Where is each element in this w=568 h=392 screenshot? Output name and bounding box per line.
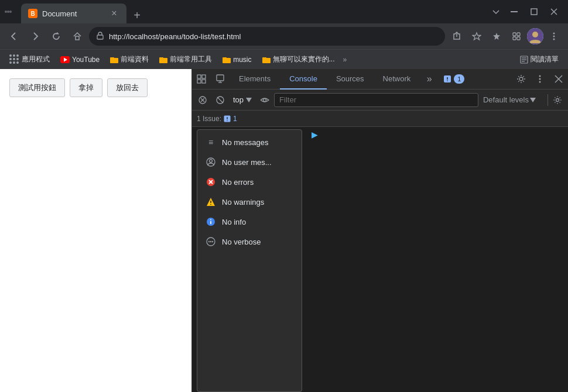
tab-console[interactable]: Console (280, 69, 327, 90)
addressbar-row: http://localhost/peanu/todo-list/test.ht… (0, 23, 568, 49)
svg-rect-9 (97, 35, 103, 39)
svg-rect-16 (517, 37, 520, 40)
profiles-icon[interactable] (487, 27, 506, 46)
bookmark-youtube[interactable]: YouTube (56, 53, 104, 66)
close-devtools-button[interactable] (549, 69, 568, 90)
close-button[interactable] (545, 2, 563, 21)
tab-sources[interactable]: Sources (327, 69, 374, 90)
svg-point-47 (539, 75, 541, 77)
bookmark-boring[interactable]: 無聊可以來實作的... (258, 52, 340, 67)
svg-point-78 (212, 241, 213, 242)
browser-tab-document[interactable]: B Document × (21, 4, 126, 23)
apps-grid-icon (9, 54, 19, 64)
svg-rect-3 (511, 11, 518, 12)
bookmark-apps[interactable]: 應用程式 (5, 52, 54, 67)
svg-point-77 (210, 241, 211, 242)
tab-elements[interactable]: Elements (230, 69, 280, 90)
share-icon[interactable] (447, 27, 466, 46)
menu-item-warnings[interactable]: No warnings (197, 192, 302, 212)
bookmarks-more-button[interactable]: » (343, 56, 347, 64)
address-bar[interactable]: http://localhost/peanu/todo-list/test.ht… (89, 27, 445, 46)
tab-network[interactable]: Network (374, 69, 420, 90)
svg-rect-8 (76, 36, 79, 40)
svg-rect-24 (110, 58, 118, 63)
verbose-label: No verbose (222, 238, 261, 246)
tab-title: Document (42, 9, 104, 18)
window-dots-icon (5, 8, 12, 15)
device-mode-button[interactable] (211, 69, 230, 90)
svg-rect-15 (513, 37, 516, 40)
folder-icon-3 (223, 56, 231, 63)
svg-rect-27 (159, 57, 163, 59)
more-tabs-button[interactable]: » (420, 69, 439, 90)
svg-point-1 (7, 11, 9, 13)
bookmark-music[interactable]: music (218, 53, 256, 66)
svg-rect-38 (197, 80, 201, 83)
svg-rect-37 (202, 75, 206, 78)
svg-point-19 (553, 33, 555, 35)
restore-button[interactable] (525, 2, 543, 21)
svg-point-63 (227, 120, 227, 121)
clear-console-button[interactable] (194, 92, 211, 108)
user-messages-icon (206, 157, 216, 167)
bookmark-frontend-data-label: 前端資料 (121, 54, 149, 64)
eye-icon[interactable] (256, 92, 273, 108)
inspect-element-button[interactable] (192, 69, 211, 90)
svg-rect-29 (223, 57, 227, 59)
menu-item-errors[interactable]: No errors (197, 172, 302, 192)
folder-icon-4 (262, 56, 271, 63)
console-settings-button[interactable] (549, 92, 566, 108)
remove-button[interactable]: 拿掉 (70, 78, 102, 97)
forward-button[interactable] (26, 27, 45, 46)
menu-item-all-messages[interactable]: ≡ No messages (197, 132, 302, 152)
all-messages-icon: ≡ (206, 137, 216, 147)
default-levels-label: Default levels (483, 95, 529, 104)
menu-item-info[interactable]: No info (197, 212, 302, 232)
put-back-button[interactable]: 放回去 (107, 78, 148, 97)
back-button[interactable] (5, 27, 23, 46)
block-network-button[interactable] (212, 92, 228, 108)
issues-badge: 1 (454, 74, 464, 84)
minimize-button[interactable] (505, 2, 523, 21)
devtools-tabs: Elements Console Sources Network » 1 (230, 69, 512, 90)
bookmark-frontend-tools[interactable]: 前端常用工具 (155, 52, 217, 67)
menu-icon[interactable] (545, 27, 563, 46)
console-arrow[interactable]: ▶ (307, 128, 323, 142)
bookmark-tools-label: 前端常用工具 (170, 54, 212, 64)
bookmark-star-icon[interactable] (467, 27, 486, 46)
info-label: No info (222, 218, 246, 226)
addressbar-icons (447, 27, 563, 46)
chevron-down-icon[interactable] (492, 8, 500, 16)
context-selector[interactable]: top (230, 94, 255, 105)
issues-tab[interactable]: 1 (439, 74, 469, 84)
console-filter-input[interactable] (274, 93, 478, 107)
bookmark-apps-label: 應用程式 (22, 54, 50, 64)
svg-rect-36 (197, 75, 201, 78)
extensions-icon[interactable] (507, 27, 526, 46)
profile-avatar[interactable] (527, 28, 543, 44)
svg-rect-26 (159, 58, 167, 63)
levels-dropdown-icon (530, 98, 536, 102)
bookmark-frontend-data[interactable]: 前端資料 (105, 52, 153, 67)
errors-label: No errors (222, 178, 254, 187)
svg-line-56 (217, 97, 223, 103)
default-levels-selector[interactable]: Default levels (480, 94, 539, 105)
svg-point-76 (208, 241, 210, 242)
home-button[interactable] (68, 27, 87, 46)
tab-close-button[interactable]: × (109, 8, 119, 19)
main-area: 測試用按鈕 拿掉 放回去 Elements Console Sour (0, 69, 568, 392)
new-tab-button[interactable]: + (129, 7, 145, 23)
menu-item-user-messages[interactable]: No user mes... (197, 152, 302, 172)
menu-item-verbose[interactable]: No verbose (197, 232, 302, 252)
reading-list-button[interactable]: 閱讀清單 (515, 52, 563, 67)
console-messages-area: ≡ No messages No user mes... No errors (192, 127, 568, 392)
settings-button[interactable] (512, 69, 531, 90)
console-output-area: ▶ (302, 127, 568, 392)
test-button[interactable]: 測試用按鈕 (9, 78, 65, 97)
svg-point-58 (264, 98, 266, 101)
svg-point-18 (532, 32, 538, 37)
devtools-more-button[interactable] (531, 69, 549, 90)
reload-button[interactable] (47, 27, 66, 46)
issue-icon (224, 115, 231, 122)
svg-point-71 (210, 204, 211, 205)
